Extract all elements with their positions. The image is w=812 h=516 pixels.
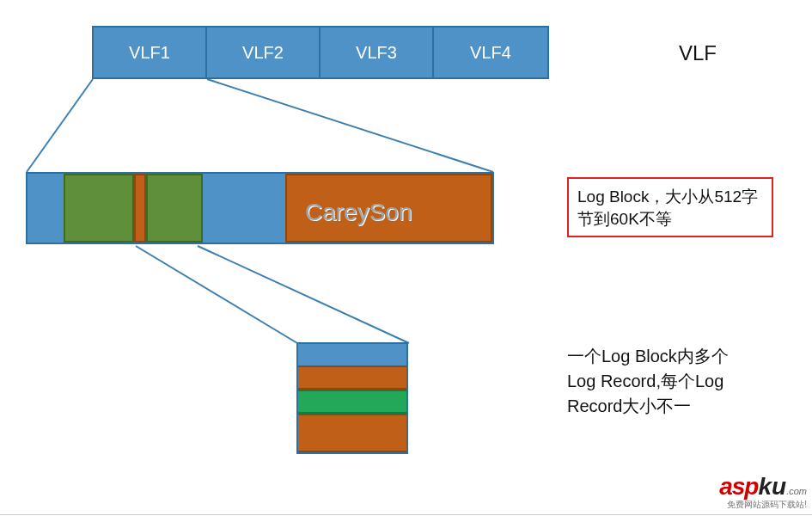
log-block-seg-blue [27,174,64,243]
vlf-cell-1: VLF1 [94,28,207,77]
log-record-row-3 [298,390,406,414]
footer-tagline: 免费网站源码下载站! [719,499,807,511]
footer-logo-text-1: asp [719,473,758,500]
diagram-canvas: VLF1 VLF2 VLF3 VLF4 VLF CareySon Log Blo… [0,0,812,516]
log-block-seg-blue-2 [203,174,285,243]
vlf-row: VLF1 VLF2 VLF3 VLF4 [92,26,549,79]
vlf-label: VLF [679,41,717,65]
log-record-description: 一个Log Block内多个Log Record,每个Log Record大小不… [567,344,748,419]
footer-logo-tld: .com [786,486,807,496]
vlf-cell-4: VLF4 [434,28,547,77]
log-record-row-4 [298,414,406,452]
footer-baseline [0,514,812,515]
log-record-row-2 [298,366,406,390]
vlf-cell-3: VLF3 [321,28,434,77]
footer-logo: aspku.com 免费网站源码下载站! [719,473,807,511]
log-record-block [296,342,408,454]
svg-line-3 [198,246,409,343]
log-block-seg-green-2 [146,174,203,243]
svg-line-1 [207,79,493,172]
log-block-seg-orange-1 [134,174,146,243]
log-block-seg-orange-2 [285,174,492,243]
log-block-description-text: Log Block，大小从512字节到60K不等 [577,187,758,228]
log-block-seg-green-1 [64,174,134,243]
svg-line-2 [136,246,297,343]
log-record-row-1 [298,344,406,366]
log-block-description-box: Log Block，大小从512字节到60K不等 [567,177,773,237]
svg-line-0 [27,79,93,172]
vlf-cell-2: VLF2 [207,28,321,77]
log-block-bar [26,172,494,244]
footer-logo-text-2: ku [758,473,786,500]
